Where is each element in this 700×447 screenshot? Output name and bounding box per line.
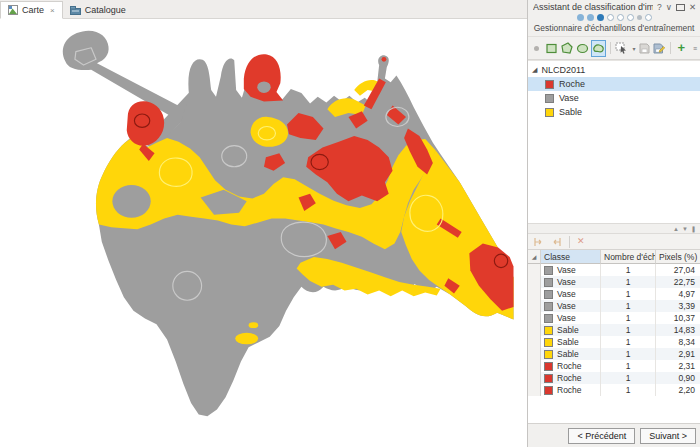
class-tree-item[interactable]: Roche xyxy=(528,77,700,91)
cell-nombre: 1 xyxy=(601,288,656,300)
pane-menu-icon[interactable]: ∨ xyxy=(666,2,672,12)
view-tab-bar: Carte × Catalogue xyxy=(0,0,527,19)
tree-group-label: NLCD2011 xyxy=(541,65,585,75)
sample-table-row[interactable]: Roche 1 0,90 xyxy=(528,372,700,384)
cell-classe-label: Sable xyxy=(557,349,579,359)
tab-carte[interactable]: Carte × xyxy=(0,1,63,19)
tree-group-nlcd2011[interactable]: ◢ NLCD2011 xyxy=(528,63,700,77)
cell-pixels: 22,75 xyxy=(656,276,700,288)
row-selector-cell[interactable] xyxy=(528,336,541,348)
cell-classe: Vase xyxy=(541,264,601,276)
tree-expander-icon[interactable]: ◢ xyxy=(532,66,537,74)
save-icon xyxy=(639,43,650,54)
row-selector-cell[interactable] xyxy=(528,324,541,336)
point-tool-button[interactable] xyxy=(531,41,542,56)
delete-sample-icon[interactable]: ✕ xyxy=(577,237,585,246)
next-button[interactable]: Suivant > xyxy=(640,428,696,444)
merge-samples-icon[interactable] xyxy=(533,237,545,247)
wizard-step-dot xyxy=(645,14,652,21)
tab-catalogue[interactable]: Catalogue xyxy=(63,2,133,18)
tab-close-icon[interactable]: × xyxy=(50,6,55,15)
column-header-nombre[interactable]: Nombre d'éch. xyxy=(601,250,656,264)
cell-nombre: 1 xyxy=(601,312,656,324)
cell-pixels: 8,34 xyxy=(656,336,700,348)
column-header-classe[interactable]: Classe xyxy=(541,250,601,264)
add-class-button[interactable]: + xyxy=(676,41,687,56)
pane-float-icon[interactable] xyxy=(676,4,685,11)
class-color-swatch xyxy=(544,338,553,347)
class-color-swatch xyxy=(544,386,553,395)
cell-classe-label: Roche xyxy=(557,361,582,371)
collapse-down-icon[interactable]: ▼ xyxy=(682,226,688,232)
freehand-tool-button[interactable] xyxy=(592,41,605,56)
save-edits-button[interactable] xyxy=(653,41,665,56)
help-icon[interactable]: ? xyxy=(657,2,662,12)
sample-table-row[interactable]: Vase 1 27,04 xyxy=(528,264,700,276)
collapse-up-icon[interactable]: ▲ xyxy=(673,226,679,232)
sample-table-row[interactable]: Vase 1 4,97 xyxy=(528,288,700,300)
cell-classe-label: Sable xyxy=(557,337,579,347)
toolbar-separator xyxy=(610,42,611,54)
wizard-step-dot xyxy=(597,14,604,21)
rectangle-tool-button[interactable] xyxy=(545,41,556,56)
row-selector-cell[interactable] xyxy=(528,276,541,288)
row-selector-cell[interactable] xyxy=(528,288,541,300)
toolbar-options-icon[interactable]: ≡ xyxy=(693,45,697,52)
cell-nombre: 1 xyxy=(601,324,656,336)
map-icon xyxy=(8,5,18,15)
sample-table-row[interactable]: Sable 1 2,91 xyxy=(528,348,700,360)
class-tree-item[interactable]: Vase xyxy=(528,91,700,105)
pane-title: Assistant de classification d'images xyxy=(533,2,653,12)
tab-catalogue-label: Catalogue xyxy=(85,5,126,15)
row-selector-cell[interactable] xyxy=(528,372,541,384)
cell-pixels: 2,31 xyxy=(656,360,700,372)
sample-table-row[interactable]: Sable 1 14,83 xyxy=(528,324,700,336)
pane-splitter[interactable]: ▲ ▼ ❚ xyxy=(528,223,700,233)
cell-classe: Sable xyxy=(541,324,601,336)
circle-tool-button[interactable] xyxy=(576,41,589,56)
wizard-step-indicator xyxy=(528,12,700,22)
row-selector-cell[interactable] xyxy=(528,348,541,360)
catalogue-icon xyxy=(70,6,81,15)
class-label: Roche xyxy=(559,79,585,89)
map-canvas[interactable] xyxy=(0,19,527,447)
class-color-swatch xyxy=(544,314,553,323)
row-selector-cell[interactable] xyxy=(528,312,541,324)
sample-table-row[interactable]: Roche 1 2,20 xyxy=(528,384,700,396)
polygon-tool-button[interactable] xyxy=(560,41,573,56)
column-header-pixels[interactable]: Pixels (%) xyxy=(656,250,700,264)
sample-table-row[interactable]: Roche 1 2,31 xyxy=(528,360,700,372)
toolbar-separator xyxy=(670,42,671,54)
cell-classe-label: Roche xyxy=(557,373,582,383)
polygon-tool-icon xyxy=(560,42,573,54)
class-label: Vase xyxy=(559,93,579,103)
select-dropdown-icon[interactable]: ▾ xyxy=(632,45,635,52)
split-samples-icon[interactable] xyxy=(550,237,562,247)
cell-classe: Vase xyxy=(541,276,601,288)
select-sample-button[interactable] xyxy=(615,41,628,56)
cell-nombre: 1 xyxy=(601,300,656,312)
sample-table-row[interactable]: Vase 1 10,37 xyxy=(528,312,700,324)
previous-button[interactable]: < Précédent xyxy=(568,428,635,444)
cell-nombre: 1 xyxy=(601,360,656,372)
row-selector-cell[interactable] xyxy=(528,264,541,276)
cell-classe: Vase xyxy=(541,288,601,300)
class-color-swatch xyxy=(544,374,553,383)
sample-table-row[interactable]: Vase 1 22,75 xyxy=(528,276,700,288)
row-selector-cell[interactable] xyxy=(528,300,541,312)
sample-table-row[interactable]: Sable 1 8,34 xyxy=(528,336,700,348)
pane-close-icon[interactable]: ✕ xyxy=(689,2,696,12)
cell-classe-label: Sable xyxy=(557,325,579,335)
class-tree-item[interactable]: Sable xyxy=(528,105,700,119)
save-samples-button[interactable] xyxy=(638,41,649,56)
row-selector-cell[interactable] xyxy=(528,384,541,396)
cell-pixels: 10,37 xyxy=(656,312,700,324)
freehand-tool-icon xyxy=(592,43,605,54)
table-empty-area xyxy=(528,396,700,423)
cell-pixels: 4,97 xyxy=(656,288,700,300)
row-selector-cell[interactable] xyxy=(528,360,541,372)
sample-table-row[interactable]: Vase 1 3,39 xyxy=(528,300,700,312)
cell-classe: Sable xyxy=(541,336,601,348)
cell-classe-label: Vase xyxy=(557,265,576,275)
toolbar-separator xyxy=(569,236,570,248)
